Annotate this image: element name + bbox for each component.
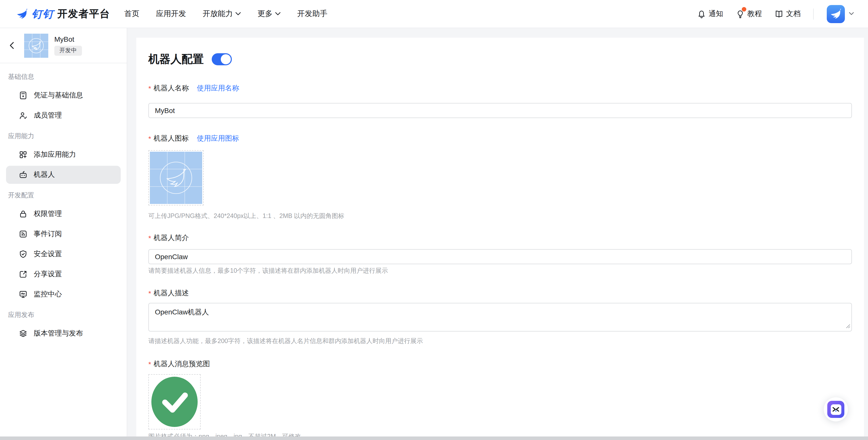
docs-button[interactable]: 文档 xyxy=(774,9,801,19)
nav-item-label: 首页 xyxy=(124,9,139,19)
robot-preview-upload[interactable] xyxy=(148,374,200,430)
notifications-label: 通知 xyxy=(709,9,723,19)
tutorial-button[interactable]: 教程 xyxy=(736,9,762,19)
robot-description-label-row: * 机器人描述 xyxy=(148,288,852,298)
shield-check-icon xyxy=(19,250,28,259)
sidebar-app-header: MyBot 开发中 xyxy=(0,28,127,63)
use-app-icon-link[interactable]: 使用应用图标 xyxy=(197,134,239,143)
sidebar-item-event-subscription[interactable]: 事件订阅 xyxy=(6,225,121,243)
sidebar-item-version-release[interactable]: 版本管理与发布 xyxy=(6,325,121,343)
nav-item-app-dev[interactable]: 应用开发 xyxy=(156,9,186,19)
sidebar-item-label: 分享设置 xyxy=(34,270,62,279)
back-button[interactable] xyxy=(6,40,17,51)
required-mark: * xyxy=(148,234,151,242)
sidebar-item-label: 成员管理 xyxy=(34,111,62,120)
robot-name-input[interactable] xyxy=(148,103,852,118)
sidebar: MyBot 开发中 基础信息 凭证与基础信息 成员管理 应用能力 xyxy=(0,28,127,440)
top-navbar: 钉钉 开发者平台 首页 应用开发 开放能力 更多 开发助手 通知 xyxy=(0,0,868,28)
lock-icon xyxy=(19,209,28,218)
sidebar-item-add-capability[interactable]: 添加应用能力 xyxy=(6,146,121,164)
sidebar-section-title: 应用能力 xyxy=(8,132,119,141)
event-subscribe-icon xyxy=(19,230,28,239)
sidebar-item-security[interactable]: 安全设置 xyxy=(6,245,121,263)
robot-config-panel: 机器人配置 * 机器人名称 使用应用名称 * 机器人图标 使用应用图标 xyxy=(136,38,864,440)
robot-icon-label: 机器人图标 xyxy=(154,134,189,143)
dingtalk-wing-icon xyxy=(16,8,28,20)
robot-preview-label: 机器人消息预览图 xyxy=(154,360,210,369)
nav-item-label: 更多 xyxy=(257,9,273,19)
nav-item-more[interactable]: 更多 xyxy=(257,9,281,19)
sidebar-item-robot[interactable]: 机器人 xyxy=(6,166,121,184)
robot-description-label: 机器人描述 xyxy=(154,289,189,298)
notifications-button[interactable]: 通知 xyxy=(697,9,723,19)
logo-suffix: 开发者平台 xyxy=(57,7,110,21)
dingtalk-wing-icon xyxy=(830,8,842,20)
required-mark: * xyxy=(148,135,151,143)
sidebar-item-label: 监控中心 xyxy=(34,290,62,299)
bottom-scrollbar[interactable] xyxy=(0,437,868,440)
robot-icon-upload[interactable] xyxy=(148,150,204,205)
green-check-image xyxy=(150,376,199,428)
sidebar-item-label: 添加应用能力 xyxy=(34,150,76,159)
avatar[interactable] xyxy=(827,5,845,23)
dingtalk-logo[interactable]: 钉钉 开发者平台 xyxy=(16,7,110,21)
nav-item-label: 应用开发 xyxy=(156,9,186,19)
robot-description-helper: 请描述机器人功能，最多200字符，该描述将在机器人名片信息和群内添加机器人时向用… xyxy=(148,337,852,345)
use-app-name-link[interactable]: 使用应用名称 xyxy=(197,84,239,93)
support-widget-button[interactable] xyxy=(824,397,848,421)
sidebar-item-label: 事件订阅 xyxy=(34,230,62,239)
chevron-left-icon xyxy=(9,42,14,49)
robot-description-textarea[interactable]: OpenClaw机器人 xyxy=(148,303,852,332)
nav-item-home[interactable]: 首页 xyxy=(124,9,139,19)
robot-brief-input[interactable] xyxy=(148,249,852,264)
sidebar-section-title: 应用发布 xyxy=(8,310,119,319)
sidebar-item-credentials[interactable]: 凭证与基础信息 xyxy=(6,87,121,104)
required-mark: * xyxy=(148,360,151,368)
bell-icon xyxy=(697,9,706,18)
status-badge: 开发中 xyxy=(54,46,82,56)
page-title: 机器人配置 xyxy=(148,52,204,67)
sidebar-item-label: 凭证与基础信息 xyxy=(34,91,83,100)
sidebar-item-monitor-center[interactable]: 监控中心 xyxy=(6,285,121,303)
sidebar-section-title: 开发配置 xyxy=(8,191,119,200)
app-icon xyxy=(24,33,48,58)
notification-dot xyxy=(742,7,746,11)
page: 钉钉 开发者平台 首页 应用开发 开放能力 更多 开发助手 通知 xyxy=(0,0,868,440)
nav-menu: 首页 应用开发 开放能力 更多 开发助手 xyxy=(124,9,328,19)
robot-icon-label-row: * 机器人图标 使用应用图标 xyxy=(148,134,852,144)
sidebar-item-permissions[interactable]: 权限管理 xyxy=(6,205,121,223)
nav-item-open-capability[interactable]: 开放能力 xyxy=(203,9,241,19)
divider xyxy=(813,8,814,19)
main-area: 机器人配置 * 机器人名称 使用应用名称 * 机器人图标 使用应用图标 xyxy=(127,28,868,440)
nav-right-tools: 通知 教程 文档 xyxy=(697,5,854,23)
sidebar-item-members[interactable]: 成员管理 xyxy=(6,106,121,125)
sidebar-item-share-settings[interactable]: 分享设置 xyxy=(6,265,121,283)
robot-brief-helper: 请简要描述机器人信息，最多10个字符，该描述将在群内添加机器人时向用户进行展示 xyxy=(148,267,852,275)
robot-icon xyxy=(19,170,28,179)
robot-icon-helper: 可上传JPG/PNG格式、240*240px以上、1:1 、2MB 以内的无圆角… xyxy=(148,212,852,220)
add-capability-icon xyxy=(19,150,28,159)
sidebar-item-label: 安全设置 xyxy=(34,250,62,259)
book-icon xyxy=(774,9,783,18)
credential-icon xyxy=(19,91,28,100)
chevron-down-icon xyxy=(235,12,241,15)
robot-brief-label-row: * 机器人简介 xyxy=(148,233,852,243)
sidebar-item-label: 权限管理 xyxy=(34,209,62,218)
layers-icon xyxy=(19,329,28,338)
member-icon xyxy=(19,111,28,120)
chevron-down-icon[interactable] xyxy=(849,12,854,15)
share-icon xyxy=(19,270,28,279)
robot-name-label: 机器人名称 xyxy=(154,84,189,93)
sidebar-nav: 基础信息 凭证与基础信息 成员管理 应用能力 添加应用能力 xyxy=(0,63,127,343)
chevron-down-icon xyxy=(275,12,281,15)
collapse-arrows-icon xyxy=(831,404,841,415)
robot-brief-label: 机器人简介 xyxy=(154,234,189,243)
robot-enabled-toggle[interactable] xyxy=(212,53,232,65)
required-mark: * xyxy=(148,289,151,297)
docs-label: 文档 xyxy=(786,9,801,19)
nav-item-dev-assistant[interactable]: 开发助手 xyxy=(297,9,328,19)
dingtalk-wing-app-icon xyxy=(150,152,202,204)
support-widget-ring xyxy=(827,401,844,418)
logo-text: 钉钉 xyxy=(32,7,54,21)
nav-item-label: 开发助手 xyxy=(297,9,328,19)
